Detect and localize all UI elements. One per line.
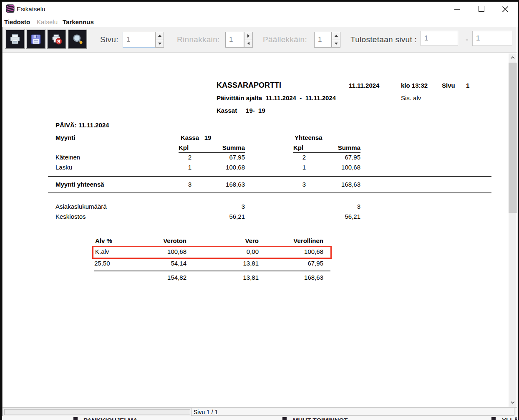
paallekkain-input[interactable] [314, 32, 332, 48]
background-window-strip [2, 416, 518, 420]
sales-row-kpl2: 2 [272, 154, 306, 161]
window-title: Esikatselu [17, 5, 45, 13]
rinnakkain-spinner [244, 32, 253, 48]
sivu-spin-up-button[interactable] [155, 32, 164, 40]
minimize-button[interactable] [450, 3, 464, 14]
scroll-up-button[interactable] [509, 53, 517, 62]
sales-group2-label: Yhteensä [295, 134, 322, 142]
report-day-line: PÄIVÄ: 11.11.2024 [55, 121, 109, 129]
paallekkain-spin-down-button[interactable] [332, 40, 340, 48]
status-page-indicator: Sivu 1 / 1 [191, 408, 514, 416]
scroll-down-button[interactable] [509, 398, 517, 407]
background-bullet-icon [282, 417, 287, 420]
vat-total-vero: 13,81 [217, 274, 259, 281]
arrow-up-icon [158, 35, 161, 37]
sales-row-summa2: 100,68 [319, 164, 360, 171]
sales-header-underline-1 [179, 152, 245, 153]
sales-row-kpl2: 1 [272, 164, 306, 171]
vat-total-veroton: 154,82 [145, 274, 186, 281]
background-menu-fragment: YLLÄPITO [502, 417, 519, 420]
scrollbar-thumb[interactable] [509, 63, 517, 213]
arrow-right-icon [247, 34, 249, 38]
vat-header-vero: Vero [217, 237, 259, 245]
stat-value2: 56,21 [319, 213, 360, 220]
sivu-spinner [155, 32, 164, 48]
background-bullet-icon [73, 417, 78, 420]
zoom-button[interactable] [68, 29, 87, 49]
vat-row-veroton: 100,68 [145, 248, 186, 256]
sales-total-summa2: 168,63 [319, 181, 360, 188]
minimize-icon [454, 9, 460, 10]
report-time: klo 13:32 [401, 82, 428, 89]
printer-cancel-icon [51, 33, 63, 45]
rinnakkain-spin-left-button[interactable] [244, 40, 253, 48]
menu-item-tarkennus[interactable]: Tarkennus [63, 18, 94, 25]
vat-row-verollinen: 100,68 [282, 248, 323, 256]
separator-line [48, 176, 491, 177]
vertical-scrollbar[interactable] [509, 53, 517, 407]
print-range-from-input[interactable] [421, 31, 458, 46]
print-range-to-input[interactable] [472, 31, 512, 46]
vat-total-line [94, 271, 330, 271]
sales-row-label: Käteinen [55, 154, 80, 161]
vat-header-alv: Alv % [95, 237, 112, 245]
arrow-up-icon [335, 35, 338, 37]
vat-total-verollinen: 168,63 [282, 274, 323, 281]
background-menu-fragment: PANKKIOHJELMA [83, 417, 138, 420]
chevron-down-icon [511, 401, 515, 404]
paallekkain-spin-up-button[interactable] [332, 32, 340, 40]
paallekkain-spinner [332, 32, 340, 48]
vat-row-veroton: 54,14 [145, 260, 186, 267]
arrow-left-icon [247, 42, 249, 45]
sales-total-kpl2: 3 [272, 181, 306, 188]
sales-group1-label: Kassa 19 [181, 134, 211, 142]
vat-row-vero: 0,00 [217, 248, 259, 256]
window-titlebar [2, 2, 517, 16]
close-icon [502, 6, 509, 13]
cancel-print-button[interactable] [47, 29, 66, 49]
sales-col-summa1: Summa [203, 144, 245, 152]
floppy-disk-icon [30, 33, 42, 45]
app-icon [6, 4, 15, 13]
report-subtitle: Päivittäin ajalta 11.11.2024 - 11.11.202… [217, 94, 336, 102]
sales-row-summa1: 100,68 [203, 164, 245, 171]
stat-label: Keskiostos [55, 213, 86, 220]
vat-header-veroton: Veroton [145, 237, 186, 245]
report-title: KASSARAPORTTI [217, 81, 281, 89]
vat-row-vero: 13,81 [217, 260, 259, 267]
rinnakkain-input[interactable] [225, 32, 244, 48]
sales-row-kpl1: 2 [158, 154, 191, 161]
background-menu-fragment: MUUT TOIMINNOT [293, 417, 348, 420]
report-page-label: Sivu [442, 82, 455, 89]
sales-total-label: Myynti yhteensä [55, 181, 104, 188]
vat-row-alv: K.alv [95, 248, 109, 256]
print-button[interactable] [5, 29, 25, 49]
sivu-spin-down-button[interactable] [155, 40, 164, 48]
report-page-number: 1 [466, 82, 469, 89]
report-kassat-line: Kassat 19- 19 [217, 107, 265, 114]
sales-col-summa2: Summa [319, 144, 360, 152]
sales-total-summa1: 168,63 [203, 181, 245, 188]
printer-icon [9, 33, 21, 45]
stat-value2: 3 [319, 203, 360, 210]
vat-header-verollinen: Verollinen [282, 237, 323, 245]
stat-value1: 3 [203, 203, 245, 210]
menu-item-katselu: Katselu [37, 18, 58, 25]
sales-row-kpl1: 1 [158, 164, 191, 171]
sales-col-kpl2: Kpl [293, 144, 303, 152]
vat-row-alv: 25,50 [94, 260, 110, 267]
sales-section-label: Myynti [55, 134, 76, 142]
sales-row-summa2: 67,95 [319, 154, 360, 161]
sivu-label: Sivu: [100, 35, 118, 44]
menu-item-tiedosto[interactable]: Tiedosto [4, 18, 30, 25]
save-button[interactable] [26, 29, 45, 49]
chevron-up-icon [511, 56, 515, 59]
vat-row-verollinen: 67,95 [282, 260, 323, 267]
separator-line [48, 192, 491, 193]
stat-value1: 56,21 [203, 213, 245, 220]
status-progress-panel [4, 409, 190, 415]
maximize-icon [479, 6, 484, 12]
rinnakkain-spin-right-button[interactable] [244, 32, 253, 40]
background-bullet-icon [491, 417, 496, 420]
sivu-input[interactable] [123, 32, 155, 48]
